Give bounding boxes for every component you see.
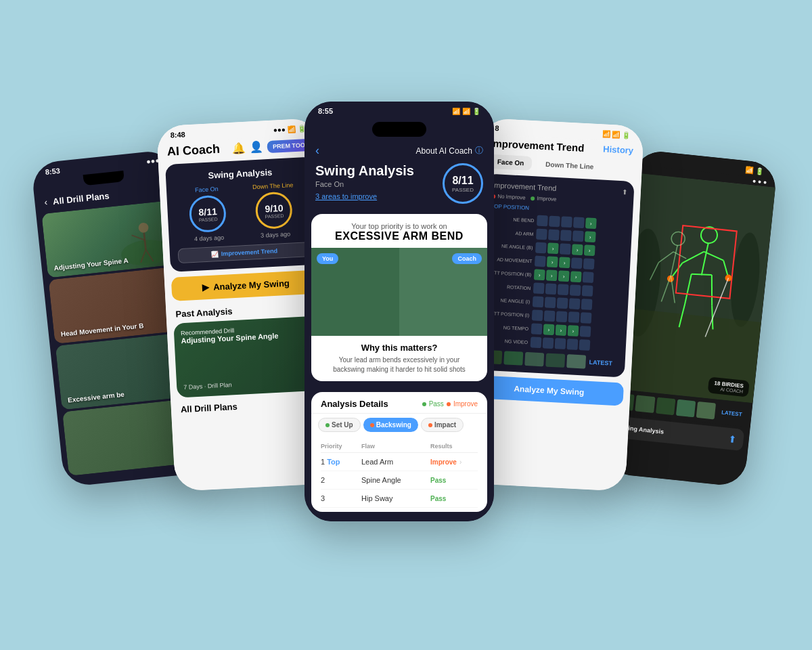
trend-card-title-label: Improvement Trend xyxy=(492,181,557,192)
status-icons-2: ●●● 📶 🔋 xyxy=(273,125,306,133)
badges: Pass Improve xyxy=(422,400,478,408)
priority-header: Your top priority is to work on EXCESSIV… xyxy=(311,214,487,248)
coach-badge: Coach xyxy=(452,253,482,264)
th-results: Results xyxy=(430,443,478,450)
video-thumbs: LATEST xyxy=(482,350,618,370)
vid-strip-3[interactable] xyxy=(656,397,676,416)
down-line-label: Down The Line xyxy=(252,181,294,190)
dynamic-island xyxy=(372,122,426,137)
priority-video[interactable]: You Coach ▶ xyxy=(311,248,487,336)
sa-score-num: 8/11 xyxy=(452,175,473,187)
time-2: 8:48 xyxy=(170,130,185,139)
vid-t5[interactable] xyxy=(566,354,586,368)
swing-analysis-main: Swing Analysis Face On 3 areas to improv… xyxy=(304,163,494,214)
trend-title: Improvement Trend xyxy=(490,137,585,154)
recommended-card[interactable]: Recommended Drill Adjusting Your Spine A… xyxy=(173,316,325,397)
sa-score-sub: PASSED xyxy=(452,187,474,193)
dot-impact xyxy=(428,423,432,427)
time-4: 8 xyxy=(495,124,499,132)
svg-line-3 xyxy=(132,234,145,242)
dot-pass xyxy=(422,402,426,406)
recommended-overlay: Recommended Drill Adjusting Your Spine A… xyxy=(173,316,325,397)
vid-strip-4[interactable] xyxy=(676,399,696,418)
analyze-swing-btn-2[interactable]: Analyze My Swing xyxy=(474,375,624,406)
table-row-1[interactable]: 1 Top Lead Arm Improve › xyxy=(321,453,478,471)
dot-backswing xyxy=(370,423,374,427)
td-num-2: 2 xyxy=(321,476,361,484)
vid-t3[interactable] xyxy=(524,352,544,366)
td-results-2: Pass xyxy=(430,477,478,484)
info-icon[interactable]: ⓘ xyxy=(475,145,483,156)
td-num-3: 3 xyxy=(321,494,361,502)
face-on-label: Face On xyxy=(188,185,225,194)
analysis-details: Analysis Details Pass Improve Set Up xyxy=(311,392,487,512)
analysis-details-section: Analysis Details Pass Improve Set Up xyxy=(304,392,494,521)
tab-backswing[interactable]: Backswing xyxy=(363,418,418,432)
improve-label: Improve xyxy=(453,400,478,408)
you-badge: You xyxy=(317,253,338,264)
bell-icon[interactable]: 🔔 xyxy=(232,142,246,155)
score-days-1: 4 days ago xyxy=(191,234,227,242)
improvement-trend-btn[interactable]: 📈 Improvement Trend xyxy=(178,242,311,263)
tab-impact[interactable]: Impact xyxy=(421,418,464,432)
td-flaw-2: Spine Angle xyxy=(361,476,430,484)
phone-swing-detail: 8:55 📶 📶 🔋 ‹ About AI Coach ⓘ Swing Anal… xyxy=(304,102,494,521)
share-icon[interactable]: ⬆ xyxy=(622,188,628,196)
sa-score-circle: 8/11 PASSED xyxy=(443,163,483,204)
result-pass-2: Pass xyxy=(430,477,446,484)
table-row-2[interactable]: 2 Spine Angle Pass xyxy=(321,471,478,490)
td-flaw-1: Lead Arm xyxy=(361,458,430,466)
swing-scores: Face On 8/11 PASSED 4 days ago Down The … xyxy=(175,181,310,243)
vid-t2[interactable] xyxy=(503,351,523,365)
vid-t4[interactable] xyxy=(545,353,565,368)
vid-strip-latest[interactable] xyxy=(696,402,717,420)
pass-label: Pass xyxy=(429,400,444,408)
score-days-2: 3 days ago xyxy=(255,230,296,239)
tabs-row: Set Up Backswing Impact xyxy=(311,414,487,436)
priority-text: Your top priority is to work on xyxy=(322,222,476,230)
drill-card-1[interactable]: Adjusting Your Spine A xyxy=(41,200,179,278)
table-row-3[interactable]: 3 Hip Sway Pass xyxy=(321,490,478,508)
scene: 8:53 ●●● ‹ All Drill Plans xyxy=(34,61,778,589)
td-results-3: Pass xyxy=(430,495,478,502)
down-line-tab[interactable]: Down The Line xyxy=(537,156,602,174)
table-header: Priority Flaw Results xyxy=(321,440,478,453)
chevron-1: › xyxy=(459,458,461,466)
sa-areas: 3 areas to improve xyxy=(315,192,414,200)
score-item-1: Face On 8/11 PASSED 4 days ago xyxy=(188,185,227,242)
back-arrow-1[interactable]: ‹ xyxy=(44,196,48,207)
phone-3-header: ‹ About AI Coach ⓘ xyxy=(304,141,494,163)
time-3: 8:55 xyxy=(318,107,333,115)
result-improve-1: Improve xyxy=(430,458,457,466)
why-text: Your lead arm bends excessively in your … xyxy=(322,355,476,374)
trend-grid: NE BEND › AD ARM xyxy=(484,212,626,353)
latest-badge-5: LATEST xyxy=(717,408,747,419)
td-num-1: 1 Top xyxy=(321,458,361,466)
vid-strip-2[interactable] xyxy=(635,395,656,413)
about-label: About AI Coach xyxy=(416,146,472,156)
latest-badge: LATEST xyxy=(589,359,612,367)
score-circle-2: 9/10 PASSED xyxy=(255,191,294,230)
tab-setup[interactable]: Set Up xyxy=(318,418,361,432)
status-icons-4: 📶 📶 🔋 xyxy=(602,130,630,139)
time-1: 8:53 xyxy=(45,167,60,176)
profile-icon[interactable]: 👤 xyxy=(250,140,264,154)
share-btn[interactable]: ⬆ xyxy=(728,433,738,445)
trend-card: Improvement Trend ⬆ No Improve Improve xyxy=(476,174,635,378)
analysis-table: Priority Flaw Results 1 Top Lead Arm Imp… xyxy=(311,436,487,512)
trend-history[interactable]: History xyxy=(603,144,634,156)
ad-title: Analysis Details xyxy=(321,399,388,409)
back-btn-3[interactable]: ‹ xyxy=(315,144,319,158)
score-num-1: 8/11 xyxy=(198,206,217,217)
legend-dot-green xyxy=(531,196,535,200)
why-section: Why this matters? Your lead arm bends ex… xyxy=(311,336,487,381)
result-pass-3: Pass xyxy=(430,495,446,502)
analyze-swing-btn[interactable]: ▶ Analyze My Swing xyxy=(171,269,321,301)
th-priority: Priority xyxy=(321,443,361,450)
score-item-2: Down The Line 9/10 PASSED 3 days ago xyxy=(252,181,296,239)
td-results-1: Improve › xyxy=(430,458,478,466)
ai-coach-title: AI Coach xyxy=(166,142,220,159)
td-flaw-3: Hip Sway xyxy=(361,494,430,502)
face-on-tab[interactable]: Face On xyxy=(489,154,532,171)
dot-improve xyxy=(447,402,451,406)
